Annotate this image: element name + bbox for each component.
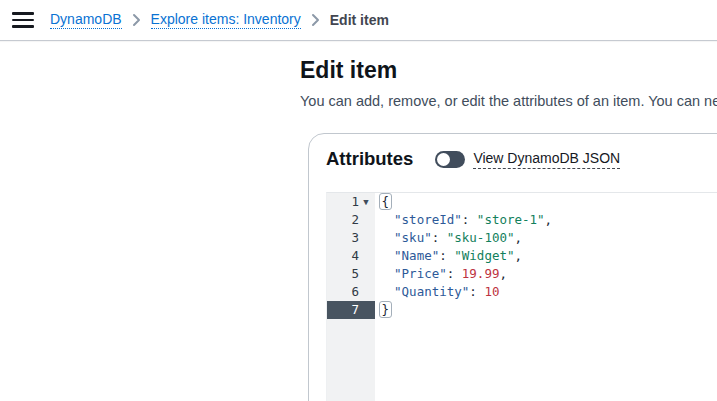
view-dynamodb-json-control[interactable]: View DynamoDB JSON [435,150,620,169]
token-str: "Widget" [454,248,514,263]
editor-code[interactable]: { "storeId": "store-1", "sku": "sku-100"… [375,193,717,401]
token-plain [379,248,394,263]
token-num: 19.99 [462,266,500,281]
breadcrumb: DynamoDB Explore items: Inventory Edit i… [50,11,389,29]
token-key: "Price" [394,266,447,281]
page-description: You can add, remove, or edit the attribu… [300,93,717,109]
token-punct: , [515,248,523,263]
token-key: "Quantity" [394,284,469,299]
token-punct: : [432,230,447,245]
code-line[interactable]: "Name": "Widget", [379,247,717,265]
main-content: Edit item You can add, remove, or edit t… [300,41,717,109]
token-plain [379,266,394,281]
line-number[interactable]: 4 [327,247,375,265]
code-line[interactable]: "Quantity": 10 [379,283,717,301]
breadcrumb-current-edit-item: Edit item [330,12,389,28]
chevron-right-icon [311,13,320,27]
token-num: 10 [484,284,499,299]
token-str: "sku-100" [447,230,515,245]
attributes-title: Attributes [326,148,413,170]
code-line[interactable]: } [379,301,717,319]
token-key: "storeId" [394,212,462,227]
breadcrumb-link-dynamodb[interactable]: DynamoDB [50,11,122,29]
token-str: "store-1" [477,212,545,227]
token-punct: : [462,212,477,227]
token-plain [379,212,394,227]
hamburger-menu-icon[interactable] [12,12,34,28]
line-number[interactable]: 2 [327,211,375,229]
line-number[interactable]: 6 [327,283,375,301]
breadcrumb-bar: DynamoDB Explore items: Inventory Edit i… [0,0,717,41]
token-brace: { [379,193,392,210]
fold-arrow-icon[interactable]: ▼ [359,193,373,211]
line-number[interactable]: 1▼ [327,193,375,211]
view-json-toggle-label[interactable]: View DynamoDB JSON [473,150,620,169]
line-number[interactable]: 7 [327,301,375,319]
line-number[interactable]: 3 [327,229,375,247]
token-punct: : [469,284,484,299]
page: DynamoDB Explore items: Inventory Edit i… [0,0,717,401]
code-line[interactable]: { [379,193,717,211]
code-line[interactable]: "sku": "sku-100", [379,229,717,247]
token-punct: , [515,230,523,245]
attributes-panel: Attributes View DynamoDB JSON 1▼234567 {… [308,133,717,401]
code-line[interactable]: "storeId": "store-1", [379,211,717,229]
json-code-editor[interactable]: 1▼234567 { "storeId": "store-1", "sku": … [326,192,717,401]
token-key: "Name" [394,248,439,263]
token-key: "sku" [394,230,432,245]
attributes-panel-header: Attributes View DynamoDB JSON [326,148,717,170]
token-brace: } [379,301,392,318]
code-line[interactable]: "Price": 19.99, [379,265,717,283]
chevron-right-icon [132,13,141,27]
token-punct: : [439,248,454,263]
editor-gutter: 1▼234567 [327,193,375,401]
toggle-knob [437,153,450,166]
token-plain [379,230,394,245]
token-punct: , [499,266,507,281]
view-json-toggle[interactable] [435,151,465,168]
token-plain [379,284,394,299]
breadcrumb-link-explore-items[interactable]: Explore items: Inventory [151,11,301,29]
token-punct: , [545,212,553,227]
line-number[interactable]: 5 [327,265,375,283]
token-punct: : [447,266,462,281]
page-title: Edit item [300,57,717,84]
